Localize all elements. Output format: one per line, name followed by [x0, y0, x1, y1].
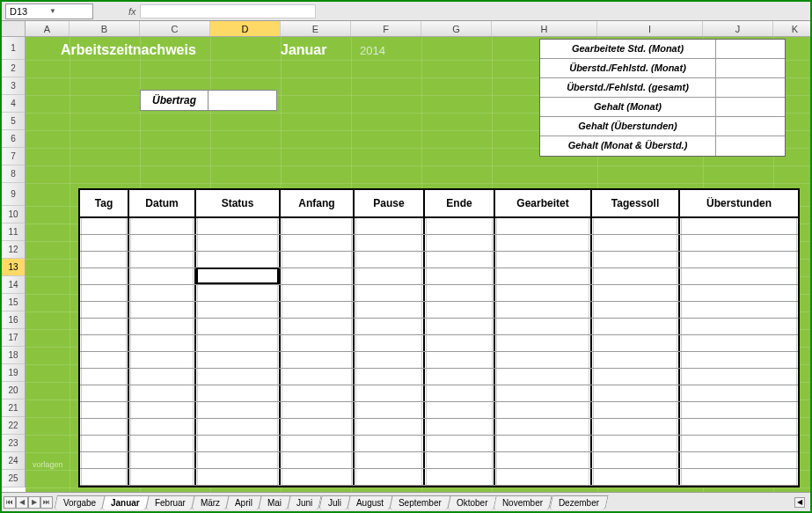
table-cell[interactable] [425, 235, 495, 251]
table-cell[interactable] [355, 436, 425, 451]
table-cell[interactable] [281, 285, 355, 301]
table-cell[interactable] [425, 285, 495, 301]
worksheet-canvas[interactable]: Arbeitszeitnachweis Januar 2014 Übertrag… [26, 37, 810, 494]
table-cell[interactable] [592, 469, 680, 485]
table-cell[interactable] [680, 285, 798, 301]
table-cell[interactable] [196, 319, 281, 334]
table-cell[interactable] [592, 402, 680, 418]
table-cell[interactable] [425, 436, 495, 451]
summary-value[interactable] [716, 136, 785, 156]
row-header-23[interactable]: 23 [2, 435, 25, 452]
table-cell[interactable] [592, 235, 680, 251]
table-cell[interactable] [129, 218, 196, 234]
table-cell[interactable] [196, 436, 281, 451]
table-cell[interactable] [196, 469, 281, 485]
uebertrag-value[interactable] [208, 90, 277, 111]
table-cell[interactable] [129, 402, 196, 418]
table-cell[interactable] [425, 268, 495, 284]
tab-nav-first-icon[interactable]: ⏮ [4, 496, 16, 509]
table-cell[interactable] [129, 285, 196, 301]
row-header-11[interactable]: 11 [2, 224, 25, 241]
row-header-24[interactable]: 24 [2, 452, 25, 470]
table-cell[interactable] [355, 335, 425, 351]
row-header-1[interactable]: 1 [2, 37, 25, 60]
table-cell[interactable] [495, 252, 592, 267]
table-cell[interactable] [355, 285, 425, 301]
table-cell[interactable] [495, 319, 592, 334]
table-cell[interactable] [592, 302, 680, 318]
column-header-D[interactable]: D [210, 21, 281, 36]
table-cell[interactable] [281, 385, 355, 401]
table-cell[interactable] [495, 352, 592, 368]
table-cell[interactable] [425, 385, 495, 401]
table-cell[interactable] [495, 235, 592, 251]
summary-value[interactable] [716, 98, 785, 116]
table-cell[interactable] [495, 268, 592, 284]
table-cell[interactable] [592, 319, 680, 334]
table-cell[interactable] [80, 469, 129, 485]
table-cell[interactable] [355, 235, 425, 251]
table-cell[interactable] [592, 436, 680, 451]
name-box[interactable]: D13 ▼ [5, 4, 93, 19]
sheet-tab-november[interactable]: November [494, 495, 553, 509]
row-header-18[interactable]: 18 [2, 347, 25, 364]
table-cell[interactable] [680, 352, 798, 368]
table-cell[interactable] [281, 268, 355, 284]
summary-value[interactable] [716, 78, 785, 97]
table-cell[interactable] [129, 352, 196, 368]
table-cell[interactable] [355, 469, 425, 485]
table-cell[interactable] [425, 319, 495, 334]
column-header-B[interactable]: B [69, 21, 140, 36]
row-header-5[interactable]: 5 [2, 113, 25, 130]
table-cell[interactable] [80, 385, 129, 401]
table-cell[interactable] [495, 419, 592, 435]
table-cell[interactable] [80, 352, 129, 368]
table-cell[interactable] [680, 218, 798, 234]
table-cell[interactable] [281, 452, 355, 468]
table-cell[interactable] [129, 319, 196, 334]
table-cell[interactable] [495, 285, 592, 301]
table-cell[interactable] [355, 419, 425, 435]
row-header-22[interactable]: 22 [2, 417, 25, 435]
table-cell[interactable] [281, 352, 355, 368]
table-cell[interactable] [129, 469, 196, 485]
summary-value[interactable] [716, 40, 785, 58]
table-cell[interactable] [129, 369, 196, 385]
table-cell[interactable] [196, 385, 281, 401]
table-cell[interactable] [281, 436, 355, 451]
row-header-17[interactable]: 17 [2, 329, 25, 347]
table-cell[interactable] [425, 402, 495, 418]
table-cell[interactable] [196, 235, 281, 251]
table-cell[interactable] [281, 252, 355, 267]
table-cell[interactable] [592, 369, 680, 385]
formula-input[interactable] [140, 4, 316, 18]
table-cell[interactable] [680, 385, 798, 401]
table-cell[interactable] [425, 335, 495, 351]
table-cell[interactable] [355, 452, 425, 468]
table-cell[interactable] [495, 302, 592, 318]
table-cell[interactable] [355, 302, 425, 318]
table-cell[interactable] [495, 402, 592, 418]
table-cell[interactable] [281, 235, 355, 251]
table-cell[interactable] [495, 218, 592, 234]
table-cell[interactable] [129, 385, 196, 401]
row-header-19[interactable]: 19 [2, 364, 25, 382]
row-header-15[interactable]: 15 [2, 294, 25, 311]
table-cell[interactable] [680, 402, 798, 418]
table-cell[interactable] [592, 285, 680, 301]
sheet-tab-märz[interactable]: März [191, 495, 230, 509]
column-header-H[interactable]: H [492, 21, 597, 36]
table-cell[interactable] [425, 218, 495, 234]
table-cell[interactable] [196, 352, 281, 368]
table-cell[interactable] [129, 335, 196, 351]
table-cell[interactable] [680, 369, 798, 385]
table-cell[interactable] [281, 218, 355, 234]
table-cell[interactable] [80, 285, 129, 301]
table-cell[interactable] [425, 469, 495, 485]
table-cell[interactable] [196, 252, 281, 267]
table-cell[interactable] [355, 319, 425, 334]
tab-nav-prev-icon[interactable]: ◀ [16, 496, 28, 509]
row-header-9[interactable]: 9 [2, 183, 25, 206]
column-header-J[interactable]: J [703, 21, 773, 36]
table-cell[interactable] [495, 369, 592, 385]
